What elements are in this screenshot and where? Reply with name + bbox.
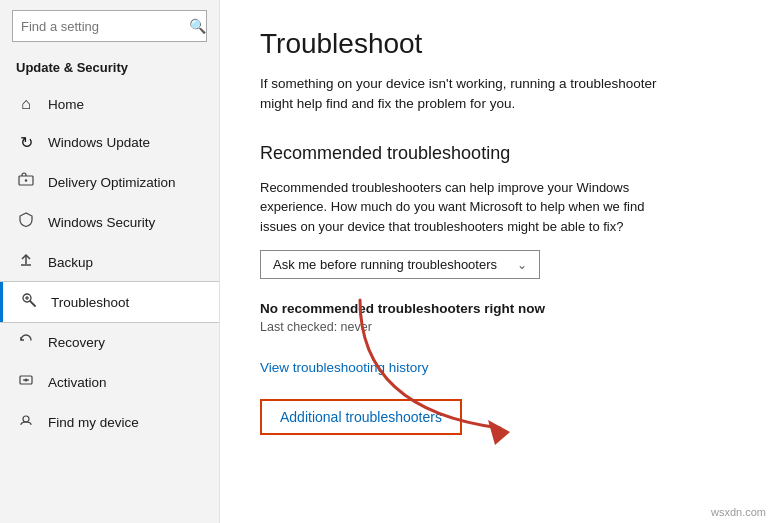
troubleshoot-icon	[19, 292, 39, 312]
sidebar-item-label: Recovery	[48, 335, 105, 350]
recovery-icon	[16, 332, 36, 352]
sidebar-item-windows-update[interactable]: ↻ Windows Update	[0, 123, 219, 162]
no-troubleshooters-text: No recommended troubleshooters right now	[260, 301, 735, 316]
sidebar-item-delivery-optimization[interactable]: Delivery Optimization	[0, 162, 219, 202]
watermark: wsxdn.com	[708, 505, 769, 519]
svg-marker-12	[488, 420, 510, 445]
sidebar-item-home[interactable]: ⌂ Home	[0, 85, 219, 123]
sidebar-item-label: Activation	[48, 375, 107, 390]
sidebar-item-activation[interactable]: Activation	[0, 362, 219, 402]
main-content: Troubleshoot If something on your device…	[220, 0, 775, 523]
sidebar-item-label: Delivery Optimization	[48, 175, 176, 190]
update-icon: ↻	[16, 133, 36, 152]
sidebar-item-label: Troubleshoot	[51, 295, 129, 310]
activation-icon	[16, 372, 36, 392]
additional-troubleshooters-button[interactable]: Additional troubleshooters	[260, 399, 462, 435]
sidebar-item-label: Find my device	[48, 415, 139, 430]
backup-icon	[16, 252, 36, 272]
sidebar-item-find-my-device[interactable]: Find my device	[0, 402, 219, 442]
search-input[interactable]	[21, 19, 189, 34]
troubleshooter-dropdown[interactable]: Ask me before running troubleshooters ⌄	[260, 250, 540, 279]
recommended-section-desc: Recommended troubleshooters can help imp…	[260, 178, 680, 237]
sidebar-item-recovery[interactable]: Recovery	[0, 322, 219, 362]
delivery-icon	[16, 172, 36, 192]
chevron-down-icon: ⌄	[517, 258, 527, 272]
last-checked-text: Last checked: never	[260, 320, 735, 334]
sidebar-item-troubleshoot[interactable]: Troubleshoot	[0, 282, 219, 322]
intro-text: If something on your device isn't workin…	[260, 74, 680, 115]
search-icon: 🔍	[189, 18, 206, 34]
sidebar-item-windows-security[interactable]: Windows Security	[0, 202, 219, 242]
security-icon	[16, 212, 36, 232]
dropdown-value: Ask me before running troubleshooters	[273, 257, 497, 272]
sidebar: 🔍 Update & Security ⌂ Home ↻ Windows Upd…	[0, 0, 220, 523]
svg-point-11	[23, 416, 29, 422]
svg-point-1	[25, 179, 27, 181]
sidebar-item-backup[interactable]: Backup	[0, 242, 219, 282]
svg-line-5	[30, 301, 35, 306]
sidebar-item-label: Backup	[48, 255, 93, 270]
find-device-icon	[16, 412, 36, 432]
page-title: Troubleshoot	[260, 28, 735, 60]
home-icon: ⌂	[16, 95, 36, 113]
svg-point-10	[25, 379, 28, 382]
view-history-link[interactable]: View troubleshooting history	[260, 360, 429, 375]
recommended-section-title: Recommended troubleshooting	[260, 143, 735, 164]
sidebar-section-title: Update & Security	[0, 56, 219, 85]
sidebar-item-label: Windows Update	[48, 135, 150, 150]
sidebar-item-label: Windows Security	[48, 215, 155, 230]
sidebar-item-label: Home	[48, 97, 84, 112]
search-box[interactable]: 🔍	[12, 10, 207, 42]
